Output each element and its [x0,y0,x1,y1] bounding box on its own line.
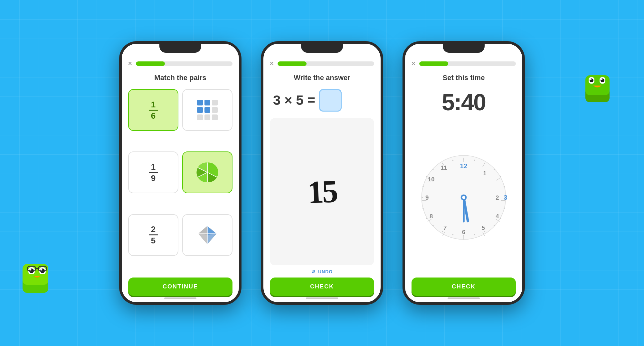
header-bar-3: × [412,60,516,67]
phone-write-answer: × Write the answer 3 × 5 = 15 ↺ UNDO CHE… [261,41,383,305]
svg-text:10: 10 [428,176,435,182]
svg-point-41 [442,231,443,232]
svg-text:1: 1 [483,169,486,176]
question-title-2: Write the answer [270,74,374,82]
svg-point-36 [494,225,495,226]
pair-card-grid-dots[interactable] [182,89,232,131]
svg-point-32 [504,186,505,187]
svg-point-37 [484,231,485,232]
pair-card-fraction-1-9[interactable]: 1 9 [128,151,178,193]
svg-text:5: 5 [481,224,485,231]
close-button-1[interactable]: × [128,60,132,67]
pie-icon [196,161,219,184]
svg-text:8: 8 [430,213,433,220]
svg-text:12: 12 [460,162,468,169]
fraction-display-3: 2 5 [149,225,158,245]
header-bar-2: × [270,60,374,67]
svg-text:11: 11 [440,164,447,171]
svg-text:6: 6 [462,228,465,235]
svg-point-48 [432,168,434,170]
svg-point-44 [422,207,424,209]
progress-track-1 [136,61,232,66]
grid-dots-icon [195,98,219,122]
close-button-2[interactable]: × [270,60,274,67]
kite-icon [196,224,219,246]
phone-match-pairs: × Match the pairs 1 6 [119,41,242,305]
svg-point-74 [41,269,43,271]
check-button-2[interactable]: CHECK [270,278,374,296]
svg-point-40 [452,234,454,235]
svg-text:2: 2 [496,194,499,201]
time-display: 5:40 [412,89,516,115]
svg-text:9: 9 [425,194,429,201]
question-title-1: Match the pairs [128,74,232,82]
svg-point-28 [474,159,475,161]
svg-point-73 [30,269,32,271]
pairs-grid: 1 6 [128,89,232,273]
svg-point-34 [504,207,505,209]
progress-fill-3 [419,61,448,66]
pair-card-fraction-1-6[interactable]: 1 6 [128,89,178,131]
progress-fill-2 [278,61,307,66]
undo-label: UNDO [318,269,333,274]
check-button-3[interactable]: CHECK [412,278,516,296]
mascot-left [19,259,58,298]
progress-fill-1 [136,61,165,66]
fraction-display-2: 1 9 [149,163,158,182]
progress-track-3 [419,61,516,66]
svg-point-49 [442,162,443,164]
svg-text:4: 4 [496,213,499,220]
phone-set-time: × Set this time 5:40 [402,41,525,305]
clock-face[interactable]: 12 1 2 3 4 5 6 7 8 9 10 11 [419,152,509,242]
svg-point-85 [601,79,602,80]
fraction-display: 1 6 [149,100,158,120]
close-button-3[interactable]: × [412,60,415,67]
svg-text:3: 3 [504,194,507,201]
clock-container: 12 1 2 3 4 5 6 7 8 9 10 11 [412,122,516,273]
svg-point-42 [432,225,434,226]
svg-point-66 [462,196,465,199]
svg-point-43 [426,218,427,219]
svg-point-39 [463,235,464,236]
continue-button[interactable]: CONTinUe [128,278,232,296]
svg-point-82 [590,78,593,82]
svg-point-83 [601,78,604,82]
svg-point-46 [422,186,424,187]
svg-point-30 [494,168,495,170]
undo-button[interactable]: ↺ UNDO [270,269,374,274]
drawn-number: 15 [307,172,337,211]
svg-point-31 [500,176,501,177]
pair-card-pie[interactable] [182,151,232,193]
answer-box[interactable] [319,89,342,112]
svg-point-47 [426,176,427,177]
svg-point-45 [421,197,423,198]
svg-point-38 [474,234,475,235]
equation-area: 3 × 5 = [270,89,374,112]
equation-text: 3 × 5 = [273,93,315,108]
progress-track-2 [278,61,374,66]
undo-icon: ↺ [311,269,316,274]
svg-point-50 [452,159,454,161]
svg-text:7: 7 [443,224,447,231]
svg-point-29 [484,162,485,164]
svg-point-84 [590,79,592,80]
question-title-3: Set this time [412,74,516,82]
svg-point-35 [500,218,501,219]
drawing-area[interactable]: 15 [270,118,374,265]
mascot-right [583,71,618,106]
pair-card-kite[interactable] [182,214,232,256]
pair-card-fraction-2-5[interactable]: 2 5 [128,214,178,256]
header-bar-1: × [128,60,232,67]
svg-point-27 [463,158,464,159]
